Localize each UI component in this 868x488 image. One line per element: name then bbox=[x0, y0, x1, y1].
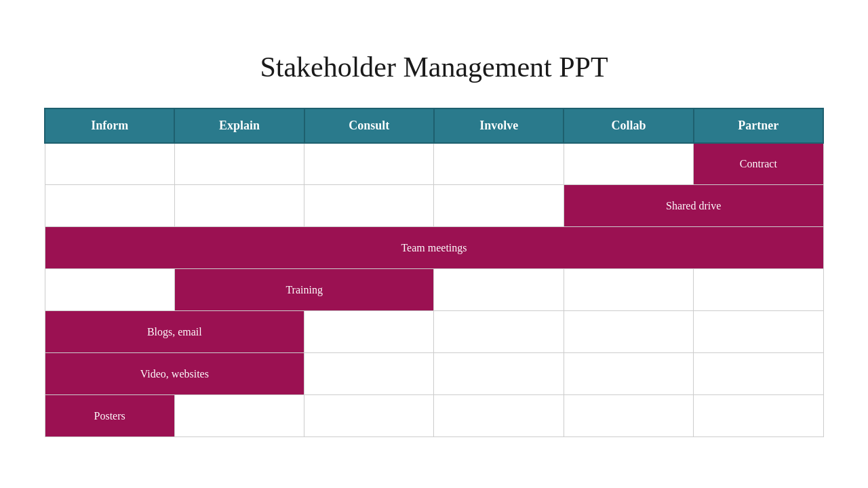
table-row: Posters bbox=[45, 395, 823, 437]
cell-empty bbox=[304, 185, 434, 227]
cell-empty bbox=[45, 143, 174, 185]
cell-empty bbox=[694, 395, 823, 437]
table-row: Contract bbox=[45, 143, 823, 185]
cell-empty bbox=[304, 353, 434, 395]
stakeholder-table: Inform Explain Consult Involve Collab Pa… bbox=[44, 108, 824, 438]
cell-empty bbox=[304, 395, 434, 437]
page-title: Stakeholder Management PPT bbox=[260, 51, 608, 83]
header-explain: Explain bbox=[174, 108, 304, 143]
table-row: Video, websites bbox=[45, 353, 823, 395]
cell-empty bbox=[694, 269, 823, 311]
cell-empty bbox=[694, 311, 823, 353]
cell-empty bbox=[434, 269, 564, 311]
cell-video: Video, websites bbox=[45, 353, 304, 395]
cell-empty bbox=[174, 143, 304, 185]
header-involve: Involve bbox=[434, 108, 564, 143]
table-header-row: Inform Explain Consult Involve Collab Pa… bbox=[45, 108, 823, 143]
cell-empty bbox=[45, 269, 174, 311]
table-row: Team meetings bbox=[45, 227, 823, 269]
cell-empty bbox=[564, 353, 693, 395]
header-collab: Collab bbox=[564, 108, 693, 143]
cell-empty bbox=[564, 269, 693, 311]
cell-empty bbox=[434, 143, 564, 185]
cell-empty bbox=[564, 143, 693, 185]
cell-posters: Posters bbox=[45, 395, 174, 437]
cell-empty bbox=[45, 185, 174, 227]
header-partner: Partner bbox=[694, 108, 823, 143]
cell-empty bbox=[304, 143, 434, 185]
cell-empty bbox=[564, 311, 693, 353]
cell-empty bbox=[434, 311, 564, 353]
header-inform: Inform bbox=[45, 108, 174, 143]
cell-empty bbox=[434, 395, 564, 437]
cell-shared-drive: Shared drive bbox=[564, 185, 823, 227]
cell-empty bbox=[564, 395, 693, 437]
cell-empty bbox=[434, 185, 564, 227]
table-row: Blogs, email bbox=[45, 311, 823, 353]
header-consult: Consult bbox=[304, 108, 434, 143]
cell-empty bbox=[174, 185, 304, 227]
cell-empty bbox=[694, 353, 823, 395]
table-row: Shared drive bbox=[45, 185, 823, 227]
cell-empty bbox=[434, 353, 564, 395]
cell-contract: Contract bbox=[694, 143, 823, 185]
cell-blogs: Blogs, email bbox=[45, 311, 304, 353]
table-row: Training bbox=[45, 269, 823, 311]
cell-training: Training bbox=[174, 269, 434, 311]
cell-empty bbox=[174, 395, 304, 437]
cell-empty bbox=[304, 311, 434, 353]
table-wrapper: Inform Explain Consult Involve Collab Pa… bbox=[44, 108, 824, 438]
cell-team-meetings: Team meetings bbox=[45, 227, 823, 269]
